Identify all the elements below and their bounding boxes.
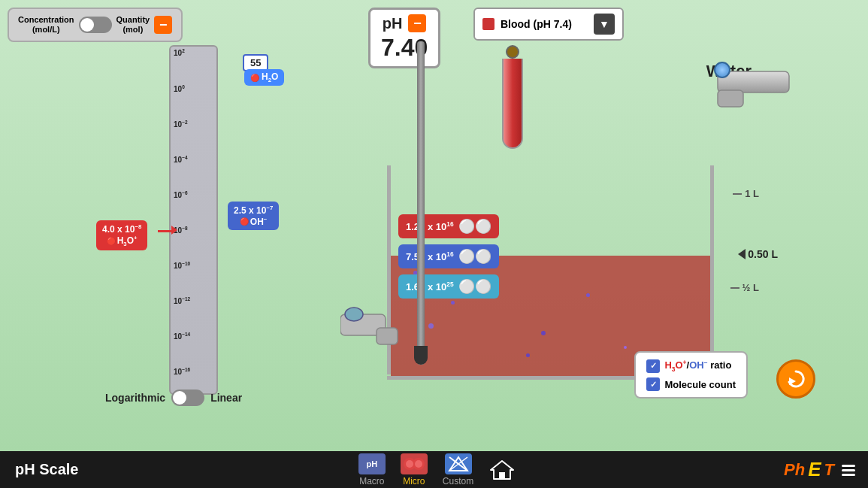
- svg-point-10: [415, 460, 422, 468]
- logarithmic-label: Logarithmic: [105, 392, 165, 404]
- nav-bar: pH Scale pH Macro Micro: [0, 451, 868, 488]
- phet-text: Ph: [784, 460, 805, 480]
- ph-probe[interactable]: [417, 41, 425, 365]
- ratio-checkbox-row[interactable]: ✓ H3O+/OH− ratio: [646, 359, 736, 373]
- micro-tab-label: Micro: [403, 476, 425, 486]
- log-linear-knob: [173, 391, 186, 405]
- tab-home[interactable]: [488, 459, 516, 481]
- ph-probe-tip: [414, 346, 428, 365]
- quantity-label: Quantity(mol): [116, 15, 150, 35]
- custom-tab-icon: [445, 453, 472, 474]
- custom-tab-label: Custom: [443, 476, 473, 486]
- svg-rect-1: [718, 90, 743, 107]
- nav-tabs: pH Macro Micro: [90, 453, 784, 486]
- h3o-arrow: [158, 230, 173, 232]
- blood-label: Blood (pH 7.4): [501, 18, 588, 30]
- log-linear-toggle[interactable]: [171, 389, 204, 406]
- svg-rect-17: [842, 469, 855, 471]
- reset-button[interactable]: [776, 359, 815, 399]
- svg-rect-16: [842, 465, 855, 467]
- scale-label-3: 10−4: [174, 155, 188, 164]
- beaker-mark-1L: 1 L: [733, 188, 759, 199]
- blood-swatch: [482, 18, 494, 30]
- concentration-quantity-toggle[interactable]: [79, 17, 112, 33]
- svg-rect-15: [499, 472, 505, 479]
- svg-point-5: [345, 308, 363, 321]
- ph-display: pH − 7.40: [368, 8, 440, 68]
- tab-micro[interactable]: Micro: [401, 453, 428, 486]
- log-linear-toggle-area: Logarithmic Linear: [105, 389, 242, 406]
- molecule-count-checkbox-row[interactable]: ✓ Molecule count: [646, 377, 736, 391]
- oh-concentration-label: 2.5 x 10−7 🔴 OH−: [228, 202, 279, 230]
- nav-title: pH Scale: [0, 461, 90, 478]
- concentration-label: Concentration(mol/L): [18, 15, 74, 35]
- ph-header: pH −: [383, 14, 427, 32]
- water-value-text: 55: [250, 57, 261, 68]
- scale-label-0: 102: [174, 48, 185, 57]
- vial-cap: [506, 45, 519, 59]
- blood-dropdown[interactable]: Blood (pH 7.4) ▼: [473, 8, 624, 41]
- molecule-count-label: Molecule count: [664, 379, 736, 390]
- molecule-count-checkbox[interactable]: ✓: [646, 377, 660, 391]
- svg-marker-6: [789, 377, 796, 385]
- h3o-arrowhead: [171, 226, 177, 235]
- beaker-mark-half: ½ L: [730, 282, 759, 293]
- h2o-count-box: 1.66 x 1025 ⚪⚪: [398, 274, 499, 299]
- ph-minus-button[interactable]: −: [408, 14, 426, 32]
- checkboxes-panel: ✓ H3O+/OH− ratio ✓ Molecule count: [634, 351, 748, 399]
- scale-label-7: 10−12: [174, 296, 190, 305]
- svg-point-9: [406, 460, 413, 468]
- minus-button[interactable]: −: [154, 16, 172, 34]
- tab-macro[interactable]: pH Macro: [358, 453, 386, 486]
- concentration-scale: 102 100 10−2 10−4 10−6 10−8 10−10 10−12 …: [169, 45, 218, 395]
- ratio-label: H3O+/OH− ratio: [664, 359, 731, 373]
- phet-t: T: [824, 460, 834, 480]
- faucet-handle[interactable]: [714, 62, 730, 78]
- main-area: Concentration(mol/L) Quantity(mol) − pH …: [0, 0, 868, 451]
- left-faucet[interactable]: [340, 307, 408, 355]
- current-volume-marker: 0.50 L: [738, 248, 778, 260]
- macro-tab-icon: pH: [358, 453, 386, 474]
- scale-label-4: 10−6: [174, 190, 188, 199]
- dropdown-arrow-icon: ▼: [594, 14, 615, 35]
- phet-menu-icon[interactable]: [840, 462, 857, 478]
- micro-tab-icon: [401, 453, 428, 474]
- home-tab-icon: [488, 459, 516, 480]
- h3o-concentration-label: 4.0 x 10−8 🔴 H3O+: [96, 220, 147, 250]
- water-faucet[interactable]: [673, 68, 793, 131]
- macro-tab-label: Macro: [359, 476, 384, 486]
- scale-label-2: 10−2: [174, 120, 188, 129]
- toggle-knob: [80, 18, 94, 32]
- h2o-label: 🔴 H2O: [244, 69, 284, 86]
- scale-label-6: 10−10: [174, 261, 190, 270]
- ph-label: pH: [383, 15, 403, 32]
- scale-label-1: 100: [174, 84, 185, 93]
- phet-exclamation: E: [808, 458, 821, 481]
- svg-rect-18: [842, 474, 855, 476]
- tab-custom[interactable]: Custom: [443, 453, 473, 486]
- oh-count-box: 7.57 x 1016 ⚪⚪: [398, 244, 499, 268]
- beaker-right-wall: [710, 165, 714, 374]
- h3o-count-box: 1.20 x 1016 ⚪⚪: [398, 214, 499, 238]
- scale-label-8: 10−14: [174, 332, 190, 341]
- top-controls: Concentration(mol/L) Quantity(mol) −: [8, 8, 183, 42]
- ratio-checkbox[interactable]: ✓: [646, 359, 660, 373]
- scale-label-9: 10−16: [174, 367, 190, 376]
- vial-body: [502, 59, 523, 149]
- blood-vial: [502, 45, 523, 149]
- linear-label: Linear: [210, 392, 242, 404]
- svg-rect-4: [377, 328, 398, 344]
- phet-logo: Ph E T: [784, 458, 868, 481]
